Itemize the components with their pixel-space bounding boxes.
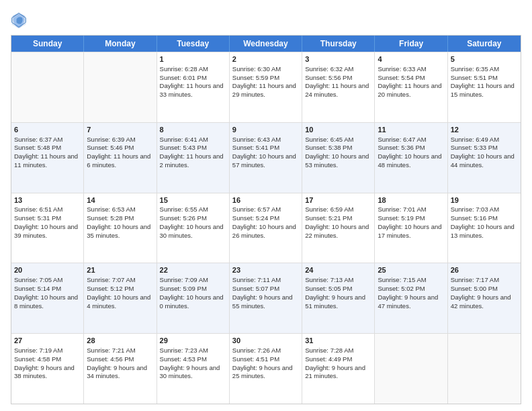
- sunrise-text: Sunrise: 7:21 AM: [87, 347, 135, 354]
- sunrise-text: Sunrise: 6:51 AM: [14, 205, 62, 213]
- sunset-text: Sunset: 4:49 PM: [305, 355, 352, 363]
- daylight-text: Daylight: 9 hours and 21 minutes.: [305, 364, 365, 380]
- sunset-text: Sunset: 5:54 PM: [378, 74, 425, 81]
- day-cell-9: 9Sunrise: 6:43 AMSunset: 5:41 PMDaylight…: [230, 123, 302, 193]
- daylight-text: Daylight: 9 hours and 51 minutes.: [305, 293, 365, 310]
- day-number: 24: [305, 265, 371, 275]
- daylight-text: Daylight: 10 hours and 26 minutes.: [232, 223, 296, 239]
- day-number: 2: [232, 54, 299, 64]
- day-number: 15: [160, 195, 226, 205]
- daylight-text: Daylight: 9 hours and 30 minutes.: [160, 364, 220, 380]
- day-cell-7: 7Sunrise: 6:39 AMSunset: 5:46 PMDaylight…: [84, 123, 157, 193]
- sunrise-text: Sunrise: 7:03 AM: [451, 205, 499, 213]
- sunrise-text: Sunrise: 6:55 AM: [160, 205, 208, 213]
- day-cell-8: 8Sunrise: 6:41 AMSunset: 5:43 PMDaylight…: [157, 123, 230, 193]
- day-cell-29: 29Sunrise: 7:23 AMSunset: 4:53 PMDayligh…: [157, 334, 230, 404]
- day-cell-31: 31Sunrise: 7:28 AMSunset: 4:49 PMDayligh…: [302, 334, 375, 404]
- day-number: 28: [87, 336, 153, 346]
- daylight-text: Daylight: 10 hours and 0 minutes.: [160, 293, 224, 310]
- sunrise-text: Sunrise: 6:43 AM: [232, 136, 281, 143]
- day-number: 20: [14, 265, 81, 275]
- sunset-text: Sunset: 5:43 PM: [160, 144, 207, 151]
- sunset-text: Sunset: 5:56 PM: [305, 74, 352, 81]
- daylight-text: Daylight: 10 hours and 8 minutes.: [14, 293, 78, 310]
- sunrise-text: Sunrise: 6:32 AM: [305, 65, 353, 73]
- daylight-text: Daylight: 9 hours and 25 minutes.: [232, 364, 293, 380]
- sunset-text: Sunset: 5:24 PM: [232, 214, 279, 222]
- daylight-text: Daylight: 11 hours and 24 minutes.: [305, 82, 369, 98]
- sunrise-text: Sunrise: 7:23 AM: [160, 347, 208, 354]
- sunrise-text: Sunrise: 6:35 AM: [451, 65, 499, 73]
- day-cell-10: 10Sunrise: 6:45 AMSunset: 5:38 PMDayligh…: [302, 123, 375, 193]
- day-cell-25: 25Sunrise: 7:15 AMSunset: 5:02 PMDayligh…: [375, 263, 447, 333]
- sunset-text: Sunset: 5:33 PM: [451, 144, 498, 151]
- sunset-text: Sunset: 5:07 PM: [232, 285, 279, 292]
- day-number: 19: [451, 195, 518, 205]
- day-number: 9: [232, 125, 299, 135]
- day-number: 10: [305, 125, 371, 135]
- day-cell-13: 13Sunrise: 6:51 AMSunset: 5:31 PMDayligh…: [11, 193, 84, 263]
- daylight-text: Daylight: 10 hours and 4 minutes.: [87, 293, 150, 310]
- day-cell-17: 17Sunrise: 6:59 AMSunset: 5:21 PMDayligh…: [302, 193, 375, 263]
- sunrise-text: Sunrise: 6:45 AM: [305, 136, 353, 143]
- empty-cell: [84, 52, 157, 122]
- sunset-text: Sunset: 4:53 PM: [160, 355, 207, 363]
- sunrise-text: Sunrise: 7:19 AM: [14, 347, 62, 354]
- sunrise-text: Sunrise: 7:15 AM: [378, 276, 426, 283]
- sunrise-text: Sunrise: 6:28 AM: [160, 65, 208, 73]
- sunset-text: Sunset: 5:46 PM: [87, 144, 134, 151]
- daylight-text: Daylight: 9 hours and 34 minutes.: [87, 364, 147, 380]
- day-number: 16: [232, 195, 299, 205]
- sunset-text: Sunset: 5:59 PM: [232, 74, 279, 81]
- day-number: 31: [305, 336, 371, 346]
- daylight-text: Daylight: 10 hours and 48 minutes.: [378, 152, 441, 169]
- sunrise-text: Sunrise: 7:11 AM: [232, 276, 281, 283]
- daylight-text: Daylight: 10 hours and 22 minutes.: [305, 223, 369, 239]
- week-row-1: 1Sunrise: 6:28 AMSunset: 6:01 PMDaylight…: [11, 52, 521, 122]
- day-number: 6: [14, 125, 81, 135]
- daylight-text: Daylight: 11 hours and 11 minutes.: [14, 152, 78, 169]
- sunset-text: Sunset: 5:28 PM: [87, 214, 134, 222]
- sunset-text: Sunset: 5:16 PM: [451, 214, 498, 222]
- day-cell-21: 21Sunrise: 7:07 AMSunset: 5:12 PMDayligh…: [84, 263, 157, 333]
- empty-cell: [375, 334, 447, 404]
- day-cell-20: 20Sunrise: 7:05 AMSunset: 5:14 PMDayligh…: [11, 263, 84, 333]
- daylight-text: Daylight: 11 hours and 29 minutes.: [232, 82, 296, 98]
- sunrise-text: Sunrise: 6:41 AM: [160, 136, 208, 143]
- daylight-text: Daylight: 10 hours and 35 minutes.: [87, 223, 150, 239]
- calendar: SundayMondayTuesdayWednesdayThursdayFrid…: [11, 35, 521, 404]
- day-cell-27: 27Sunrise: 7:19 AMSunset: 4:58 PMDayligh…: [11, 334, 84, 404]
- week-row-4: 20Sunrise: 7:05 AMSunset: 5:14 PMDayligh…: [11, 263, 521, 333]
- sunrise-text: Sunrise: 6:33 AM: [378, 65, 426, 73]
- empty-cell: [11, 52, 84, 122]
- sunrise-text: Sunrise: 6:49 AM: [451, 136, 499, 143]
- day-number: 27: [14, 336, 81, 346]
- day-cell-19: 19Sunrise: 7:03 AMSunset: 5:16 PMDayligh…: [448, 193, 521, 263]
- sunrise-text: Sunrise: 6:39 AM: [87, 136, 135, 143]
- day-cell-1: 1Sunrise: 6:28 AMSunset: 6:01 PMDaylight…: [157, 52, 230, 122]
- sunrise-text: Sunrise: 7:07 AM: [87, 276, 135, 283]
- day-cell-28: 28Sunrise: 7:21 AMSunset: 4:56 PMDayligh…: [84, 334, 157, 404]
- day-number: 22: [160, 265, 226, 275]
- day-number: 21: [87, 265, 153, 275]
- day-cell-12: 12Sunrise: 6:49 AMSunset: 5:33 PMDayligh…: [448, 123, 521, 193]
- sunset-text: Sunset: 5:51 PM: [451, 74, 498, 81]
- day-cell-24: 24Sunrise: 7:13 AMSunset: 5:05 PMDayligh…: [302, 263, 375, 333]
- day-number: 23: [232, 265, 299, 275]
- logo: [11, 11, 30, 30]
- day-cell-14: 14Sunrise: 6:53 AMSunset: 5:28 PMDayligh…: [84, 193, 157, 263]
- day-number: 29: [160, 336, 226, 346]
- day-number: 5: [451, 54, 518, 64]
- day-cell-22: 22Sunrise: 7:09 AMSunset: 5:09 PMDayligh…: [157, 263, 230, 333]
- day-number: 25: [378, 265, 444, 275]
- sunrise-text: Sunrise: 7:09 AM: [160, 276, 208, 283]
- sunset-text: Sunset: 5:26 PM: [160, 214, 207, 222]
- sunrise-text: Sunrise: 7:05 AM: [14, 276, 62, 283]
- daylight-text: Daylight: 10 hours and 44 minutes.: [451, 152, 515, 169]
- header-day-thursday: Thursday: [302, 36, 375, 52]
- day-number: 12: [451, 125, 518, 135]
- week-row-2: 6Sunrise: 6:37 AMSunset: 5:48 PMDaylight…: [11, 122, 521, 193]
- sunrise-text: Sunrise: 7:01 AM: [378, 205, 426, 213]
- sunrise-text: Sunrise: 6:59 AM: [305, 205, 353, 213]
- sunrise-text: Sunrise: 6:37 AM: [14, 136, 62, 143]
